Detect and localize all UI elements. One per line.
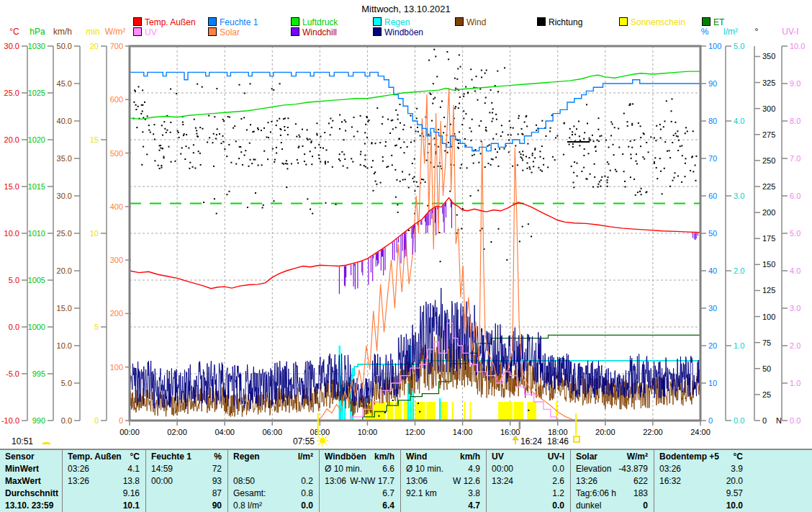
svg-text:02:00: 02:00 xyxy=(167,428,187,436)
svg-text:30: 30 xyxy=(708,304,717,313)
stat-value: 6.7 xyxy=(382,488,394,500)
svg-text:0: 0 xyxy=(94,416,99,425)
svg-text:-10.0: -10.0 xyxy=(1,416,19,425)
svg-text:20: 20 xyxy=(90,42,99,50)
stat-value: 3.9 xyxy=(731,463,743,475)
weather-chart: °ChPakm/hminW/m²%l/m²°UV-I-10.0-5.00.05.… xyxy=(0,0,812,448)
sensor-unit: °C xyxy=(130,451,140,463)
stat-time: 92.1 km xyxy=(406,488,437,500)
svg-text:3.0: 3.0 xyxy=(734,192,744,200)
svg-text:10.0: 10.0 xyxy=(57,341,72,350)
svg-text:600: 600 xyxy=(110,95,123,104)
stat-value: 93 xyxy=(212,475,222,488)
stat-time: 03:26 xyxy=(68,463,89,475)
svg-text:10: 10 xyxy=(90,229,99,238)
svg-text:100: 100 xyxy=(110,363,123,372)
stat-value: 13.8 xyxy=(123,475,140,488)
stat-time: 13:06 xyxy=(406,475,428,488)
svg-text:0.0: 0.0 xyxy=(61,416,72,425)
svg-text:0: 0 xyxy=(708,416,713,425)
stat-value: 2.6 xyxy=(552,475,564,488)
svg-text:5.0: 5.0 xyxy=(734,42,744,50)
svg-text:10: 10 xyxy=(708,379,717,387)
svg-text:40.0: 40.0 xyxy=(57,117,72,125)
svg-text:70: 70 xyxy=(708,154,717,163)
svg-text:10.0: 10.0 xyxy=(4,229,19,238)
svg-text:100: 100 xyxy=(762,313,775,321)
svg-text:75: 75 xyxy=(762,338,771,347)
moonrise-arrow-icon xyxy=(513,436,518,444)
svg-text:30.0: 30.0 xyxy=(57,192,72,200)
svg-text:06:00: 06:00 xyxy=(262,428,282,436)
svg-text:350: 350 xyxy=(762,52,775,60)
svg-text:6.0: 6.0 xyxy=(790,192,800,200)
svg-text:08:00: 08:00 xyxy=(310,428,330,436)
stat-time: Elevation xyxy=(576,463,611,475)
svg-text:20.0: 20.0 xyxy=(4,135,19,144)
row-label: MaxWert xyxy=(5,475,41,488)
sensor-unit: W/m² xyxy=(627,451,648,463)
sensor-unit: l/m² xyxy=(298,451,313,463)
svg-text:15.0: 15.0 xyxy=(4,182,19,191)
table-col-solar: SolarW/m²Elevation-43.87913:26622Tag:6:0… xyxy=(570,450,654,512)
stat-value: 87 xyxy=(212,488,222,500)
sensor-name: Bodentemp +5 xyxy=(659,451,719,463)
stat-value: 1.2 xyxy=(552,488,564,500)
stat-time: 13:06 xyxy=(325,475,346,488)
svg-text:50.0: 50.0 xyxy=(57,42,72,50)
svg-text:200: 200 xyxy=(762,208,775,217)
svg-text:250: 250 xyxy=(762,156,775,165)
sensor-unit: UV-I xyxy=(548,451,564,463)
stat-value: 72 xyxy=(212,463,222,475)
svg-text:-5.0: -5.0 xyxy=(6,369,19,378)
stat-time: 14:59 xyxy=(151,463,173,475)
sensor-unit: km/h xyxy=(460,451,480,463)
svg-text:15.0: 15.0 xyxy=(57,304,72,313)
svg-text:1000: 1000 xyxy=(28,323,45,331)
svg-text:20: 20 xyxy=(708,341,717,350)
svg-text:50: 50 xyxy=(762,364,771,373)
row-label: 13.10. 23:59 xyxy=(5,500,53,512)
stat-time: dunkel xyxy=(576,500,601,512)
svg-text:30.0: 30.0 xyxy=(4,42,19,50)
stat-time: 08:50 xyxy=(233,475,255,488)
sunrise-label: 07:55 xyxy=(293,436,315,446)
svg-text:0.0: 0.0 xyxy=(734,416,744,425)
svg-text:14:00: 14:00 xyxy=(453,428,473,436)
table-col-regen: Regenl/m²08:500.2Gesamt:0.80.8 l/m²0.0 xyxy=(227,450,319,512)
svg-text:45.0: 45.0 xyxy=(57,79,72,88)
sensor-name: Solar xyxy=(576,451,597,463)
stat-time: Ø 10 min. xyxy=(325,463,362,475)
svg-text:80: 80 xyxy=(708,117,717,125)
stat-time: Ø 10 min. xyxy=(406,463,443,475)
table-col-temp-au-en: Temp. Außen°C03:264.113:2613.89.1610.1 xyxy=(62,450,145,512)
stat-time: 13:24 xyxy=(492,475,513,488)
svg-text:16:00: 16:00 xyxy=(500,428,520,436)
stat-value: 3.8 xyxy=(468,488,480,500)
stat-value: 6.4 xyxy=(382,500,394,512)
svg-text:10.0: 10.0 xyxy=(790,42,805,50)
svg-text:0.0: 0.0 xyxy=(790,416,800,425)
table-col-windb-en: Windböenkm/hØ 10 min.6.613:06W-NW 17.76.… xyxy=(319,450,400,512)
svg-text:275: 275 xyxy=(762,130,775,139)
stat-value: 6.6 xyxy=(382,463,394,475)
row-label: Durchschnitt xyxy=(5,488,58,500)
svg-text:175: 175 xyxy=(762,234,775,243)
svg-text:7.0: 7.0 xyxy=(790,154,800,163)
svg-text:20.0: 20.0 xyxy=(57,266,72,275)
stat-value: 622 xyxy=(633,475,648,488)
svg-text:40: 40 xyxy=(708,266,717,275)
svg-text:125: 125 xyxy=(762,286,775,295)
stat-time: 13:26 xyxy=(576,475,597,488)
sensor-unit: % xyxy=(214,451,222,463)
svg-text:300: 300 xyxy=(110,256,123,264)
stat-value: 0.8 xyxy=(301,488,313,500)
stat-value: 4.9 xyxy=(468,463,480,475)
svg-text:9.0: 9.0 xyxy=(790,79,800,88)
stat-value: 90 xyxy=(212,500,222,512)
svg-text:22:00: 22:00 xyxy=(643,428,663,436)
svg-text:N: N xyxy=(776,416,782,425)
svg-text:1005: 1005 xyxy=(28,276,45,284)
svg-text:35.0: 35.0 xyxy=(57,154,72,163)
stat-value: 4.7 xyxy=(468,500,480,512)
